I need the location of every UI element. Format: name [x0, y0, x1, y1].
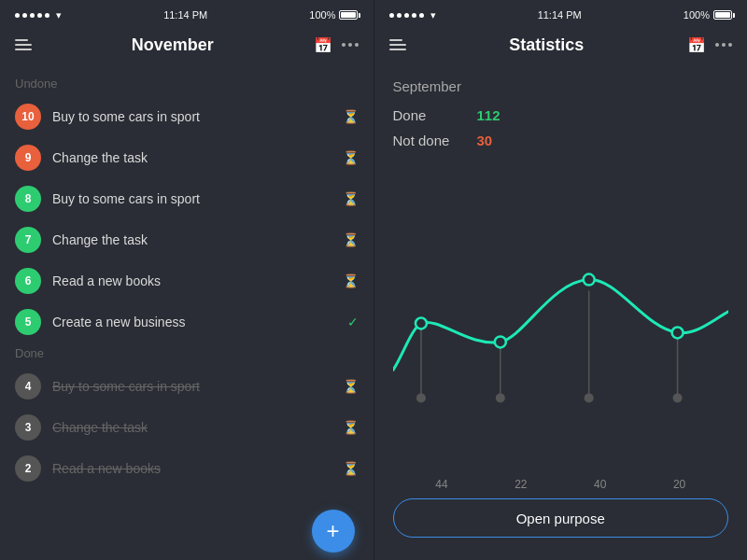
- left-more-icon[interactable]: [342, 43, 359, 47]
- right-more-icon[interactable]: [715, 43, 732, 47]
- task-clock-9: ⏳: [343, 150, 359, 165]
- task-badge-6: 6: [15, 268, 41, 294]
- right-signal-dots: [389, 13, 424, 18]
- signal-dots: [15, 13, 49, 18]
- task-badge-10: 10: [15, 104, 41, 130]
- chart-label-22: 22: [514, 478, 527, 491]
- task-clock-10: ⏳: [343, 109, 359, 124]
- left-status-bar: ▾ 11:14 PM 100%: [0, 0, 374, 26]
- chart-container: [393, 167, 729, 470]
- task-badge-5: 5: [15, 309, 41, 335]
- not-done-value: 30: [477, 133, 493, 148]
- task-badge-4: 4: [15, 373, 41, 399]
- chart-label-44: 44: [435, 478, 447, 491]
- open-purpose-label: Open purpose: [516, 511, 605, 526]
- left-phone-panel: ▾ 11:14 PM 100% November 📅 Undone 10: [0, 0, 374, 560]
- right-status-bar: ▾ 11:14 PM 100%: [374, 0, 748, 26]
- task-item-done[interactable]: 4 Buy to some cars in sport ⏳: [0, 366, 374, 407]
- task-badge-7: 7: [15, 227, 41, 253]
- right-menu-icon[interactable]: [389, 39, 406, 50]
- done-label: Done: [393, 107, 477, 123]
- right-battery-icon: [713, 10, 732, 20]
- left-menu-icon[interactable]: [15, 39, 32, 50]
- task-clock-3: ⏳: [343, 420, 359, 435]
- done-value: 112: [477, 107, 500, 123]
- left-battery-pct: 100%: [309, 9, 335, 21]
- right-phone-panel: ▾ 11:14 PM 100% Statistics 📅 September: [374, 0, 748, 560]
- task-item[interactable]: 8 Buy to some cars in sport ⏳: [0, 178, 374, 219]
- task-text-2: Read a new books: [52, 461, 331, 476]
- task-clock-6: ⏳: [343, 273, 359, 288]
- task-clock-2: ⏳: [343, 461, 359, 476]
- left-calendar-icon[interactable]: 📅: [314, 36, 332, 54]
- stats-content: September Done 112 Not done 30: [374, 67, 748, 560]
- task-clock-8: ⏳: [343, 191, 359, 206]
- task-clock-4: ⏳: [343, 379, 359, 394]
- task-text-5: Create a new business: [52, 315, 336, 329]
- task-text-7: Change the task: [52, 232, 331, 247]
- add-task-button[interactable]: +: [312, 510, 355, 553]
- left-status-left: ▾: [15, 9, 62, 21]
- task-item[interactable]: 5 Create a new business ✓: [0, 301, 374, 343]
- task-badge-3: 3: [15, 414, 41, 441]
- task-text-3: Change the task: [52, 420, 331, 435]
- right-status-left: ▾: [389, 9, 436, 21]
- not-done-label: Not done: [393, 133, 477, 148]
- open-purpose-button[interactable]: Open purpose: [393, 498, 729, 538]
- svg-point-10: [584, 393, 593, 402]
- task-text-9: Change the task: [52, 150, 331, 165]
- task-item[interactable]: 10 Buy to some cars in sport ⏳: [0, 96, 374, 137]
- left-battery-icon: [339, 10, 358, 20]
- right-nav-icons: 📅: [687, 36, 732, 54]
- task-item-done[interactable]: 3 Change the task ⏳: [0, 407, 374, 448]
- task-text-10: Buy to some cars in sport: [52, 109, 331, 124]
- chart-label-40: 40: [594, 478, 606, 491]
- task-badge-9: 9: [15, 145, 41, 171]
- left-nav-title: November: [132, 35, 214, 55]
- svg-point-7: [671, 327, 683, 338]
- svg-point-11: [672, 393, 682, 402]
- svg-point-8: [416, 393, 425, 402]
- fab-container: +: [0, 513, 374, 560]
- task-text-6: Read a new books: [52, 273, 331, 288]
- task-item[interactable]: 7 Change the task ⏳: [0, 219, 374, 260]
- right-wifi-icon: ▾: [430, 9, 436, 21]
- svg-point-6: [583, 274, 594, 286]
- left-nav-bar: November 📅: [0, 26, 374, 67]
- right-nav-title: Statistics: [509, 35, 584, 55]
- task-text-8: Buy to some cars in sport: [52, 191, 331, 206]
- task-item[interactable]: 6 Read a new books ⏳: [0, 260, 374, 301]
- task-item[interactable]: 9 Change the task ⏳: [0, 137, 374, 178]
- right-time: 11:14 PM: [538, 9, 582, 21]
- svg-point-9: [495, 393, 504, 402]
- stats-month: September: [393, 78, 729, 94]
- done-row: Done 112: [393, 107, 729, 123]
- not-done-row: Not done 30: [393, 133, 729, 148]
- right-calendar-icon[interactable]: 📅: [687, 36, 706, 54]
- chart-label-20: 20: [673, 478, 685, 491]
- task-badge-2: 2: [15, 455, 41, 482]
- right-battery-pct: 100%: [684, 9, 710, 21]
- task-item-done[interactable]: 2 Read a new books ⏳: [0, 448, 374, 489]
- left-time: 11:14 PM: [163, 9, 207, 21]
- task-text-4: Buy to some cars in sport: [52, 379, 331, 394]
- chart-x-labels: 44 22 40 20: [393, 476, 729, 491]
- task-check-5: ✓: [347, 315, 359, 329]
- svg-point-5: [494, 336, 505, 347]
- undone-section-label: Undone: [0, 73, 374, 96]
- left-nav-icons: 📅: [314, 36, 359, 54]
- left-status-right: 100%: [309, 9, 358, 21]
- task-list: Undone 10 Buy to some cars in sport ⏳ 9 …: [0, 67, 374, 513]
- svg-point-4: [415, 318, 426, 329]
- right-status-right: 100%: [684, 9, 732, 21]
- wifi-icon: ▾: [56, 9, 62, 21]
- done-section-label: Done: [0, 343, 374, 366]
- right-nav-bar: Statistics 📅: [374, 26, 748, 67]
- task-clock-7: ⏳: [343, 232, 359, 247]
- task-badge-8: 8: [15, 186, 41, 212]
- stats-chart: [393, 167, 729, 470]
